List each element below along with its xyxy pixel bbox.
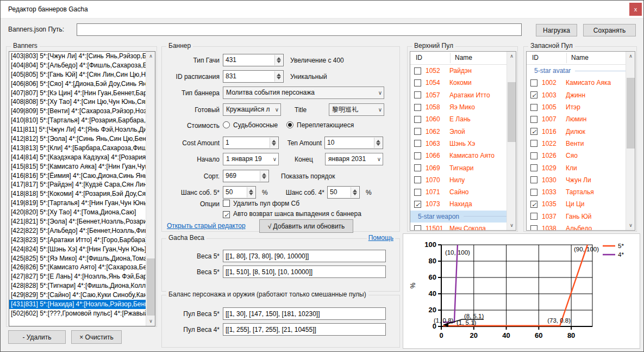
- option-auto-return-checkbox[interactable]: ✓Авто возврат шанса выпадения с баннера: [223, 210, 361, 219]
- pool-weights4-input[interactable]: [223, 323, 386, 336]
- banner-list-item[interactable]: [426|826] 5*:[Камисато Аято] 4*:[Сахароз…: [9, 263, 146, 272]
- chance5-spinner[interactable]: 50: [223, 186, 256, 199]
- unchecked-checkbox[interactable]: [530, 140, 537, 147]
- pool-row[interactable]: 1069Тигнари: [410, 162, 516, 174]
- load-button[interactable]: Нагрузка: [536, 24, 577, 36]
- spinner-arrows-icon[interactable]: [270, 138, 278, 148]
- banner-list-item[interactable]: [425|825] 5*:[Яэ Мико] 4*:[Фишль,Диона,Т…: [9, 254, 146, 263]
- close-button[interactable]: x: [629, 3, 642, 16]
- checked-checkbox[interactable]: ✓: [530, 201, 537, 208]
- checked-checkbox[interactable]: ✓: [530, 128, 537, 135]
- banner-list-item[interactable]: [427|827] 5*:[Е Лань] 4*:[Ноэлль,Янь Фэй…: [9, 272, 146, 281]
- banner-list-item[interactable]: [429|829] 5*:[Сайно] 4*:[Саю,Куки Синобу…: [9, 291, 146, 300]
- pool-row[interactable]: 1038Альбедо: [527, 223, 635, 231]
- banner-list-item[interactable]: [403|803] 5*:[Чжун Ли] 4*:[Синь Янь,Рэйз…: [9, 52, 146, 61]
- cost-amount-spinner[interactable]: 1: [223, 137, 279, 149]
- scroll-up-icon[interactable]: ∧: [507, 52, 516, 61]
- pool-row[interactable]: 1062Элой: [410, 125, 516, 137]
- banner-list-item[interactable]: [407|807] 5*:[Кэ Цин] 4*:[Нин Гуан,Бенне…: [9, 89, 146, 98]
- add-update-button[interactable]: √ Добавить или обновить: [259, 219, 353, 233]
- unchecked-checkbox[interactable]: [530, 213, 537, 220]
- unchecked-checkbox[interactable]: [414, 91, 421, 98]
- unchecked-checkbox[interactable]: [414, 140, 421, 147]
- banner-list-item[interactable]: [421|821] 5*:[Эола] 4*:[Беннет,Ноэлль,Ро…: [9, 217, 146, 226]
- scroll-down-icon[interactable]: ∨: [626, 221, 635, 230]
- path-input[interactable]: [77, 23, 522, 36]
- scroll-thumb[interactable]: [627, 78, 635, 149]
- pool-weights5-input[interactable]: [223, 307, 386, 320]
- unchecked-checkbox[interactable]: [530, 79, 537, 87]
- banner-list-item[interactable]: [423|823] 5*:[Аратаки Итто] 4*:[Горо,Бар…: [9, 236, 146, 245]
- banner-list-item[interactable]: [502|602] 5*:[???,Громовой пульс] 4*:[Рж…: [9, 309, 146, 318]
- pool-row[interactable]: 1060Е Лань: [410, 113, 516, 125]
- unchecked-checkbox[interactable]: [414, 116, 421, 123]
- unchecked-checkbox[interactable]: [414, 225, 421, 231]
- banner-type-select[interactable]: Молитва события персонажа ∨: [223, 87, 384, 99]
- checked-checkbox[interactable]: ✓: [414, 201, 421, 208]
- banner-list-item[interactable]: [424|824] 5*:[Шэнь Хэ] 4*:[Нин Гуан,Чун …: [9, 245, 146, 254]
- scroll-down-icon[interactable]: ∨: [146, 317, 155, 326]
- unchecked-checkbox[interactable]: [530, 116, 537, 123]
- banner-list-item[interactable]: [412|812] 5*:[Эола] 4*:[Синь Янь,Син Цю,…: [9, 134, 146, 144]
- pool-row[interactable]: ✓1016Дилюк: [527, 125, 635, 137]
- pool-row[interactable]: ✓1073Нахида: [410, 198, 516, 210]
- pool-row[interactable]: 1037Гань Юй: [527, 211, 635, 223]
- weights5-input[interactable]: [223, 250, 386, 262]
- banner-list-item[interactable]: [410|810] 5*:[Тарталья] 4*:[Розария,Барб…: [9, 116, 146, 125]
- banner-list-item[interactable]: [420|820] 5*:[Ху Тао] 4*:[Тома,Диона,Саю…: [9, 208, 146, 217]
- radio-intertwined[interactable]: Переплетающиеся: [286, 121, 354, 130]
- banner-list-item[interactable]: [408|808] 5*:[Ху Тао] 4*:[Син Цю,Чун Юнь…: [9, 97, 146, 107]
- unchecked-checkbox[interactable]: [530, 164, 537, 171]
- unchecked-checkbox[interactable]: [414, 152, 421, 159]
- banner-list-item[interactable]: [422|822] 5*:[Альбедо] 4*:[Беннет,Ноэлль…: [9, 226, 146, 236]
- delete-banner-button[interactable]: - Удалить: [8, 330, 66, 344]
- scroll-down-icon[interactable]: ∨: [507, 221, 516, 230]
- unchecked-checkbox[interactable]: [530, 104, 537, 111]
- spinner-arrows-icon[interactable]: [247, 187, 255, 197]
- scroll-up-icon[interactable]: ∧: [146, 52, 155, 61]
- save-button[interactable]: Сохранять: [583, 24, 636, 36]
- sort-spinner[interactable]: 969: [223, 170, 269, 182]
- banner-list-item[interactable]: [419|819] 5*:[Тарталья] 4*:[Нин Гуан,Чун…: [9, 199, 146, 208]
- unchecked-checkbox[interactable]: [414, 67, 421, 75]
- spinner-arrows-icon[interactable]: [274, 71, 283, 82]
- unchecked-checkbox[interactable]: [414, 189, 421, 196]
- unchecked-checkbox[interactable]: [414, 164, 421, 171]
- pool-row[interactable]: 1002Камисато Аяка: [527, 77, 635, 89]
- pool-row[interactable]: 1066Камисато Аято: [410, 150, 516, 162]
- unchecked-checkbox[interactable]: [530, 225, 537, 231]
- pool-row[interactable]: 1070Нилу: [410, 174, 516, 186]
- pool-row[interactable]: 1052Райдэн: [410, 65, 516, 77]
- banner-list-item[interactable]: [406|806] 5*:[Сяо] 4*:[Диона,Бэй Доу,Син…: [9, 79, 146, 89]
- unchecked-checkbox[interactable]: [414, 128, 421, 135]
- pool-row[interactable]: 1005Итэр: [527, 101, 635, 113]
- prefab-select[interactable]: Кружащийся л ∨: [223, 103, 281, 116]
- pool-row[interactable]: 1033Тарталья: [527, 186, 635, 198]
- schedule-id-spinner[interactable]: 831: [223, 70, 284, 83]
- checked-checkbox[interactable]: ✓: [530, 91, 537, 98]
- radio-fate[interactable]: Судьбоносные: [223, 121, 278, 130]
- pool-row[interactable]: 1063Шэнь Хэ: [410, 138, 516, 150]
- pool-row[interactable]: 1071Сайно: [410, 186, 516, 198]
- unchecked-checkbox[interactable]: [414, 104, 421, 111]
- scroll-thumb[interactable]: [508, 82, 516, 142]
- scroll-thumb[interactable]: [147, 258, 155, 316]
- pool-row[interactable]: 1054Кокоми: [410, 77, 516, 89]
- banner-list-item[interactable]: [404|804] 5*:[Альбедо] 4*:[Фишль,Сахароз…: [9, 61, 146, 70]
- pool-row[interactable]: 1026Сяо: [527, 150, 635, 162]
- unchecked-checkbox[interactable]: [414, 176, 421, 183]
- spinner-arrows-icon[interactable]: [274, 55, 283, 65]
- pool-row[interactable]: 11501Меч Сокола: [410, 223, 516, 231]
- gacha-type-spinner[interactable]: 431: [223, 54, 284, 66]
- banner-list-item[interactable]: [428|828] 5*:[Тигнари] 4*:[Фишль,Диона,К…: [9, 281, 146, 291]
- pool-row[interactable]: ✓1035Ци Ци: [527, 198, 635, 210]
- banners-scrollbar[interactable]: ∧ ∨: [146, 52, 155, 326]
- pool-scrollbar[interactable]: ∧∨: [507, 52, 516, 230]
- banner-list-item[interactable]: [405|805] 5*:[Гань Юй] 4*:[Сян Лин,Син Ц…: [9, 70, 146, 79]
- pool-row[interactable]: 1030Чжун Ли: [527, 174, 635, 186]
- unchecked-checkbox[interactable]: [530, 176, 537, 183]
- banner-list-item[interactable]: [413|813] 5*:[Кли] 4*:[Барбара,Сахароза,…: [9, 144, 146, 153]
- pool-row[interactable]: 1007Люмин: [527, 113, 635, 125]
- unchecked-checkbox[interactable]: [414, 79, 421, 87]
- banner-list-item[interactable]: [418|818] 5*:[Кокоми] 4*:[Розария,Бэй До…: [9, 189, 146, 199]
